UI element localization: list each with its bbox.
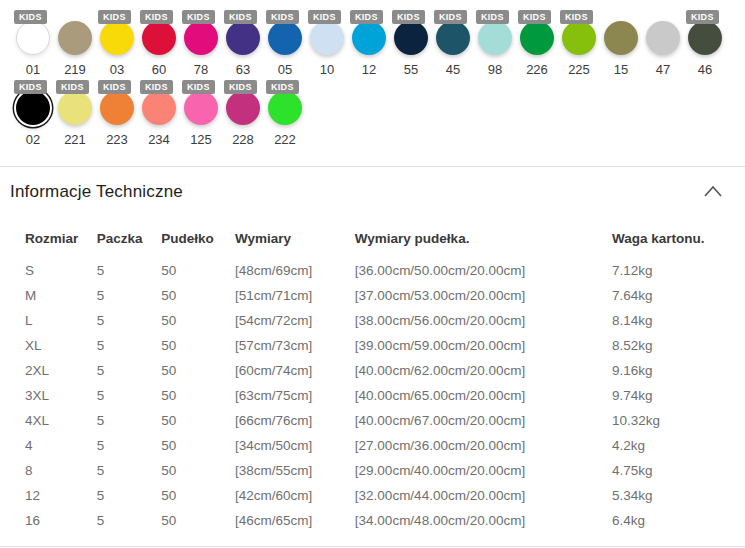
table-cell: [36.00cm/50.00cm/20.00cm] [355, 258, 612, 283]
table-cell: 2XL [25, 358, 97, 383]
table-cell: 50 [161, 258, 235, 283]
kids-badge: KIDS [560, 10, 593, 24]
color-swatch-226[interactable]: KIDS226 [516, 10, 558, 80]
color-swatch-222[interactable]: KIDS222 [264, 80, 306, 150]
kids-badge: KIDS [98, 80, 131, 94]
kids-badge: KIDS [140, 80, 173, 94]
kids-badge: KIDS [266, 10, 299, 24]
color-swatch-78[interactable]: KIDS78 [180, 10, 222, 80]
color-swatch-15[interactable]: 15 [600, 10, 642, 80]
table-cell: 7.12kg [612, 258, 737, 283]
table-cell: 5 [97, 308, 162, 333]
table-cell: 50 [161, 408, 235, 433]
column-header: Pudełko [161, 231, 235, 258]
color-circle [604, 21, 638, 55]
table-cell: [63cm/75cm] [235, 383, 355, 408]
table-cell: [60cm/74cm] [235, 358, 355, 383]
kids-badge: KIDS [224, 80, 257, 94]
color-swatch-55[interactable]: KIDS55 [390, 10, 432, 80]
color-swatch-219[interactable]: 219 [54, 10, 96, 80]
color-swatch-228[interactable]: KIDS228 [222, 80, 264, 150]
color-swatch-223[interactable]: KIDS223 [96, 80, 138, 150]
color-number: 45 [446, 62, 460, 77]
kids-badge: KIDS [14, 80, 47, 94]
table-cell: 5 [97, 458, 162, 483]
color-number: 15 [614, 62, 628, 77]
color-number: 219 [64, 62, 86, 77]
color-circle [268, 91, 302, 125]
table-cell: 50 [161, 458, 235, 483]
table-cell: 8.14kg [612, 308, 737, 333]
color-swatch-02[interactable]: KIDS02 [12, 80, 54, 150]
table-cell: 5 [97, 433, 162, 458]
color-swatch-47[interactable]: 47 [642, 10, 684, 80]
collapse-section-button[interactable] [703, 185, 723, 198]
table-cell: [40.00cm/67.00cm/20.00cm] [355, 408, 612, 433]
kids-badge: KIDS [182, 80, 215, 94]
table-cell: 8 [25, 458, 97, 483]
color-circle [562, 21, 596, 55]
table-row-12: 12550[42cm/60cm][32.00cm/44.00cm/20.00cm… [25, 483, 737, 508]
color-circle [58, 21, 92, 55]
technical-info: RozmiarPaczkaPudełkoWymiaryWymiary pudeł… [25, 231, 745, 533]
table-cell: 50 [161, 383, 235, 408]
table-cell: M [25, 283, 97, 308]
table-cell: 5 [97, 508, 162, 533]
color-swatch-125[interactable]: KIDS125 [180, 80, 222, 150]
table-cell: S [25, 258, 97, 283]
color-circle [16, 21, 50, 55]
color-circle [352, 21, 386, 55]
color-swatch-45[interactable]: KIDS45 [432, 10, 474, 80]
color-circle [268, 21, 302, 55]
table-cell: 5 [97, 383, 162, 408]
table-cell: 5 [97, 358, 162, 383]
table-row-4XL: 4XL550[66cm/76cm][40.00cm/67.00cm/20.00c… [25, 408, 737, 433]
color-circle [184, 21, 218, 55]
color-swatch-05[interactable]: KIDS05 [264, 10, 306, 80]
kids-badge: KIDS [308, 10, 341, 24]
color-number: 125 [190, 132, 212, 147]
technical-info-table: RozmiarPaczkaPudełkoWymiaryWymiary pudeł… [25, 231, 737, 533]
color-circle [100, 91, 134, 125]
column-header: Wymiary pudełka. [355, 231, 612, 258]
color-circle [436, 21, 470, 55]
table-cell: [34cm/50cm] [235, 433, 355, 458]
table-row-2XL: 2XL550[60cm/74cm][40.00cm/62.00cm/20.00c… [25, 358, 737, 383]
table-cell: [37.00cm/53.00cm/20.00cm] [355, 283, 612, 308]
color-swatch-10[interactable]: KIDS10 [306, 10, 348, 80]
color-number: 60 [152, 62, 166, 77]
table-cell: 4.75kg [612, 458, 737, 483]
color-swatch-98[interactable]: KIDS98 [474, 10, 516, 80]
column-header: Waga kartonu. [612, 231, 737, 258]
color-swatch-225[interactable]: KIDS225 [558, 10, 600, 80]
chevron-up-icon [703, 186, 723, 201]
table-cell: [66cm/76cm] [235, 408, 355, 433]
color-swatch-234[interactable]: KIDS234 [138, 80, 180, 150]
color-number: 12 [362, 62, 376, 77]
kids-badge: KIDS [392, 10, 425, 24]
table-cell: 9.74kg [612, 383, 737, 408]
table-cell: 7.64kg [612, 283, 737, 308]
color-swatch-01[interactable]: KIDS01 [12, 10, 54, 80]
divider [0, 546, 745, 547]
color-swatch-221[interactable]: KIDS221 [54, 80, 96, 150]
table-row-S: S550[48cm/69cm][36.00cm/50.00cm/20.00cm]… [25, 258, 737, 283]
kids-badge: KIDS [266, 80, 299, 94]
table-cell: 4 [25, 433, 97, 458]
kids-badge: KIDS [350, 10, 383, 24]
color-swatch-63[interactable]: KIDS63 [222, 10, 264, 80]
section-header: Informacje Techniczne [0, 167, 745, 203]
color-number: 98 [488, 62, 502, 77]
color-number: 221 [64, 132, 86, 147]
color-swatch-46[interactable]: KIDS46 [684, 10, 726, 80]
table-cell: 5 [97, 333, 162, 358]
color-swatch-03[interactable]: KIDS03 [96, 10, 138, 80]
table-row-8: 8550[38cm/55cm][29.00cm/40.00cm/20.00cm]… [25, 458, 737, 483]
color-swatch-12[interactable]: KIDS12 [348, 10, 390, 80]
table-row-4: 4550[34cm/50cm][27.00cm/36.00cm/20.00cm]… [25, 433, 737, 458]
kids-badge: KIDS [98, 10, 131, 24]
color-number: 02 [26, 132, 40, 147]
table-cell: [51cm/71cm] [235, 283, 355, 308]
table-header-row: RozmiarPaczkaPudełkoWymiaryWymiary pudeł… [25, 231, 737, 258]
color-swatch-60[interactable]: KIDS60 [138, 10, 180, 80]
